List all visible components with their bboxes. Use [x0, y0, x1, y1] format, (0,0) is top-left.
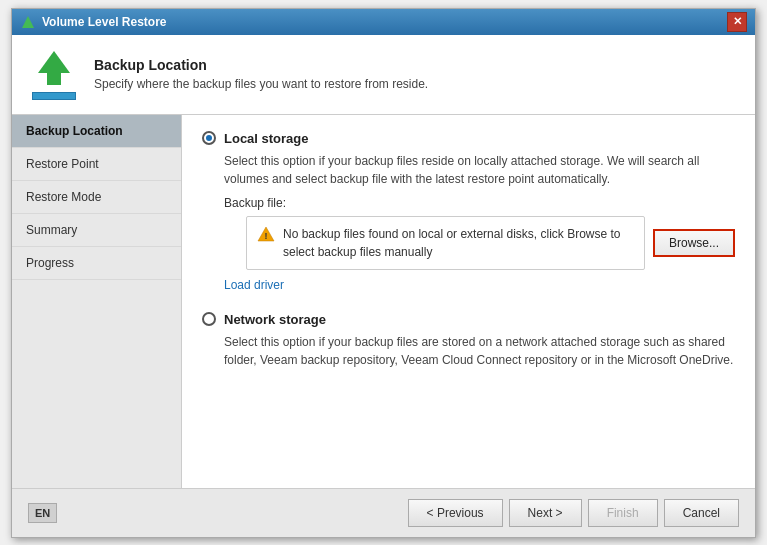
- svg-rect-1: [27, 23, 30, 27]
- sidebar-item-summary[interactable]: Summary: [12, 214, 181, 247]
- header-icon-area: [28, 48, 80, 100]
- sidebar-item-restore-point[interactable]: Restore Point: [12, 148, 181, 181]
- window-icon: [20, 14, 36, 30]
- warning-box: ! No backup files found on local or exte…: [246, 216, 645, 270]
- body: Backup Location Restore Point Restore Mo…: [12, 115, 755, 488]
- svg-text:!: !: [265, 231, 268, 241]
- local-storage-desc: Select this option if your backup files …: [224, 152, 735, 188]
- header-text: Backup Location Specify where the backup…: [94, 57, 428, 91]
- local-storage-title: Local storage: [224, 131, 309, 146]
- warning-triangle-icon: !: [257, 225, 275, 243]
- main-window: Volume Level Restore ✕ Backup Location S…: [11, 8, 756, 538]
- warning-text: No backup files found on local or extern…: [283, 225, 634, 261]
- load-driver-link[interactable]: Load driver: [224, 278, 284, 292]
- next-button[interactable]: Next >: [509, 499, 582, 527]
- load-driver: Load driver: [224, 278, 735, 292]
- sidebar-item-restore-mode[interactable]: Restore Mode: [12, 181, 181, 214]
- backup-arrow-icon: [34, 48, 74, 88]
- header-title: Backup Location: [94, 57, 428, 73]
- network-storage-desc: Select this option if your backup files …: [224, 333, 735, 369]
- browse-button[interactable]: Browse...: [653, 229, 735, 257]
- sidebar: Backup Location Restore Point Restore Mo…: [12, 115, 182, 488]
- network-storage-title: Network storage: [224, 312, 326, 327]
- local-storage-option: Local storage Select this option if your…: [202, 131, 735, 292]
- main-content: Local storage Select this option if your…: [182, 115, 755, 488]
- warning-row: ! No backup files found on local or exte…: [224, 216, 735, 270]
- previous-button[interactable]: < Previous: [408, 499, 503, 527]
- window-title: Volume Level Restore: [42, 15, 727, 29]
- sidebar-item-progress[interactable]: Progress: [12, 247, 181, 280]
- cancel-button[interactable]: Cancel: [664, 499, 739, 527]
- network-storage-header: Network storage: [202, 312, 735, 327]
- footer: EN < Previous Next > Finish Cancel: [12, 488, 755, 537]
- backup-file-label: Backup file:: [224, 196, 735, 210]
- local-storage-header: Local storage: [202, 131, 735, 146]
- language-badge: EN: [28, 503, 57, 523]
- title-bar: Volume Level Restore ✕: [12, 9, 755, 35]
- network-storage-radio[interactable]: [202, 312, 216, 326]
- finish-button[interactable]: Finish: [588, 499, 658, 527]
- local-storage-radio[interactable]: [202, 131, 216, 145]
- header-subtitle: Specify where the backup files you want …: [94, 77, 428, 91]
- close-button[interactable]: ✕: [727, 12, 747, 32]
- header: Backup Location Specify where the backup…: [12, 35, 755, 115]
- sidebar-item-backup-location[interactable]: Backup Location: [12, 115, 181, 148]
- network-storage-option: Network storage Select this option if yo…: [202, 312, 735, 369]
